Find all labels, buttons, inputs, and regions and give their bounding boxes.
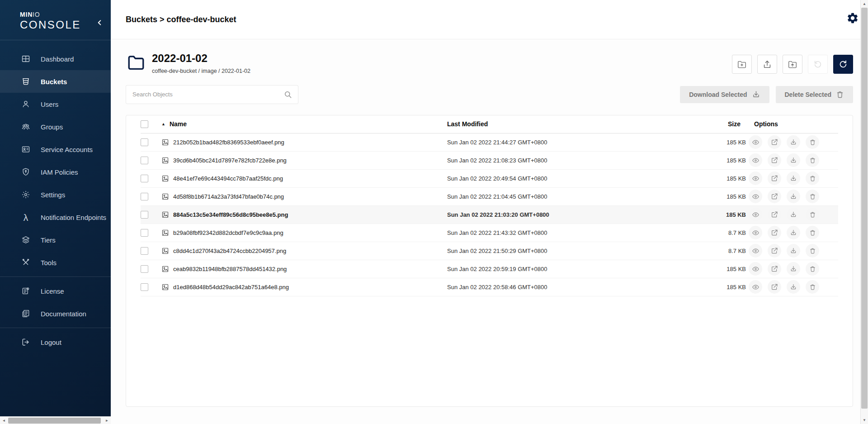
download-button[interactable] bbox=[787, 135, 800, 149]
row-checkbox[interactable] bbox=[141, 175, 148, 182]
search-box[interactable] bbox=[126, 85, 298, 104]
row-checkbox[interactable] bbox=[141, 193, 148, 200]
download-selected-button[interactable]: Download Selected bbox=[680, 86, 769, 103]
window-vertical-scrollbar[interactable]: ▲ ▼ bbox=[860, 0, 868, 424]
row-checkbox[interactable] bbox=[141, 211, 148, 219]
table-row[interactable]: 48e41ef7e69c443494cc78b7aaf25fdc.png Sun… bbox=[141, 170, 838, 188]
refresh-button[interactable] bbox=[833, 55, 853, 74]
object-name-cell[interactable]: ceab9832b11948bfb2887578dd451432.png bbox=[161, 265, 447, 273]
column-header-last-modified[interactable]: Last Modified bbox=[447, 120, 696, 128]
table-row[interactable]: c8dd4c1d270f43a2b4724ccbb2204957.png Sun… bbox=[141, 242, 838, 260]
preview-button[interactable] bbox=[749, 226, 762, 239]
sidebar-collapse-button[interactable] bbox=[94, 17, 105, 28]
preview-button[interactable] bbox=[749, 190, 762, 203]
row-checkbox[interactable] bbox=[141, 283, 148, 291]
sidebar-item-dashboard[interactable]: Dashboard bbox=[0, 48, 111, 70]
delete-button[interactable] bbox=[806, 244, 819, 257]
preview-button[interactable] bbox=[749, 153, 762, 167]
sidebar-item-groups[interactable]: Groups bbox=[0, 115, 111, 138]
new-path-button[interactable] bbox=[732, 55, 752, 74]
table-row[interactable]: 884a5c13c5e34eff89c56d8c95bee8e5.png Sun… bbox=[141, 206, 838, 224]
sidebar-item-license[interactable]: License bbox=[0, 280, 111, 302]
sidebar-item-service-accounts[interactable]: Service Accounts bbox=[0, 138, 111, 161]
table-row[interactable]: 39cd6b405bc241d7897e782fcb722e8e.png Sun… bbox=[141, 152, 838, 170]
sidebar-item-users[interactable]: Users bbox=[0, 93, 111, 115]
delete-button[interactable] bbox=[806, 172, 819, 185]
sidebar-item-notification-endpoints[interactable]: λ Notification Endpoints bbox=[0, 206, 111, 229]
table-row[interactable]: 4d58f8b1b6714a23a73fd47bfae0b74c.png Sun… bbox=[141, 188, 838, 206]
sidebar-item-tools[interactable]: Tools bbox=[0, 251, 111, 274]
share-button[interactable] bbox=[768, 244, 781, 257]
download-button[interactable] bbox=[787, 190, 800, 203]
sidebar-horizontal-scrollbar[interactable]: ◄ ► bbox=[0, 416, 111, 424]
sidebar-item-iam-policies[interactable]: IAM Policies bbox=[0, 161, 111, 183]
object-name-cell[interactable]: d1ed868d48b54dd29ac842ab751a64e8.png bbox=[161, 283, 447, 291]
row-checkbox[interactable] bbox=[141, 265, 148, 273]
object-name-cell[interactable]: 212b052b1bad482fb8369533ebf0aeef.png bbox=[161, 138, 447, 146]
upload-file-button[interactable] bbox=[757, 55, 777, 74]
horizontal-scrollbar-thumb[interactable] bbox=[8, 418, 101, 424]
preview-button[interactable] bbox=[749, 135, 762, 149]
download-button[interactable] bbox=[787, 172, 800, 185]
object-name-cell[interactable]: 4d58f8b1b6714a23a73fd47bfae0b74c.png bbox=[161, 193, 447, 200]
share-button[interactable] bbox=[768, 135, 781, 149]
delete-selected-button[interactable]: Delete Selected bbox=[776, 86, 854, 103]
rewind-button[interactable] bbox=[808, 55, 828, 74]
table-row[interactable]: 212b052b1bad482fb8369533ebf0aeef.png Sun… bbox=[141, 133, 838, 152]
share-button[interactable] bbox=[768, 280, 781, 294]
row-checkbox[interactable] bbox=[141, 157, 148, 164]
table-row[interactable]: b29a08fbf92342d882dcbdf7e9c9c9aa.png Sun… bbox=[141, 224, 838, 242]
share-button[interactable] bbox=[768, 262, 781, 276]
object-name-cell[interactable]: 39cd6b405bc241d7897e782fcb722e8e.png bbox=[161, 157, 447, 164]
select-all-checkbox[interactable] bbox=[141, 120, 148, 128]
row-checkbox[interactable] bbox=[141, 138, 148, 146]
sidebar-item-tiers[interactable]: Tiers bbox=[0, 229, 111, 251]
object-name-cell[interactable]: 884a5c13c5e34eff89c56d8c95bee8e5.png bbox=[161, 211, 447, 219]
upload-folder-button[interactable] bbox=[783, 55, 802, 74]
sidebar-item-settings[interactable]: Settings bbox=[0, 183, 111, 206]
download-button[interactable] bbox=[787, 280, 800, 294]
delete-button[interactable] bbox=[806, 208, 819, 221]
delete-button[interactable] bbox=[806, 280, 819, 294]
table-row[interactable]: d1ed868d48b54dd29ac842ab751a64e8.png Sun… bbox=[141, 278, 838, 296]
sort-asc-icon[interactable]: ▲ bbox=[161, 122, 165, 126]
row-checkbox[interactable] bbox=[141, 247, 148, 255]
object-name-cell[interactable]: 48e41ef7e69c443494cc78b7aaf25fdc.png bbox=[161, 175, 447, 182]
download-button[interactable] bbox=[787, 244, 800, 257]
settings-gear-button[interactable] bbox=[846, 12, 860, 25]
download-button[interactable] bbox=[787, 153, 800, 167]
preview-button[interactable] bbox=[749, 244, 762, 257]
preview-button[interactable] bbox=[749, 208, 762, 221]
delete-button[interactable] bbox=[806, 226, 819, 239]
preview-button[interactable] bbox=[749, 262, 762, 276]
scroll-left-arrow-icon[interactable]: ◄ bbox=[0, 417, 8, 424]
scroll-up-arrow-icon[interactable]: ▲ bbox=[861, 0, 868, 8]
scroll-right-arrow-icon[interactable]: ► bbox=[103, 417, 111, 424]
share-button[interactable] bbox=[768, 153, 781, 167]
column-header-size[interactable]: Size bbox=[696, 120, 748, 128]
preview-button[interactable] bbox=[749, 280, 762, 294]
share-button[interactable] bbox=[768, 208, 781, 221]
table-row[interactable]: ceab9832b11948bfb2887578dd451432.png Sun… bbox=[141, 260, 838, 278]
delete-button[interactable] bbox=[806, 135, 819, 149]
search-input[interactable] bbox=[132, 91, 283, 98]
sidebar-item-documentation[interactable]: Documentation bbox=[0, 302, 111, 325]
sidebar-item-logout[interactable]: Logout bbox=[0, 331, 111, 353]
vertical-scrollbar-thumb[interactable] bbox=[861, 8, 868, 409]
delete-button[interactable] bbox=[806, 153, 819, 167]
share-button[interactable] bbox=[768, 172, 781, 185]
delete-button[interactable] bbox=[806, 262, 819, 276]
object-name-cell[interactable]: c8dd4c1d270f43a2b4724ccbb2204957.png bbox=[161, 247, 447, 255]
object-name-cell[interactable]: b29a08fbf92342d882dcbdf7e9c9c9aa.png bbox=[161, 229, 447, 237]
preview-button[interactable] bbox=[749, 172, 762, 185]
share-button[interactable] bbox=[768, 190, 781, 203]
download-button[interactable] bbox=[787, 262, 800, 276]
delete-button[interactable] bbox=[806, 190, 819, 203]
column-header-name[interactable]: ▲ Name bbox=[161, 120, 447, 128]
scroll-down-arrow-icon[interactable]: ▼ bbox=[861, 416, 868, 424]
sidebar-item-buckets[interactable]: Buckets bbox=[0, 70, 111, 93]
share-button[interactable] bbox=[768, 226, 781, 239]
download-button[interactable] bbox=[787, 208, 800, 221]
download-button[interactable] bbox=[787, 226, 800, 239]
row-checkbox[interactable] bbox=[141, 229, 148, 237]
